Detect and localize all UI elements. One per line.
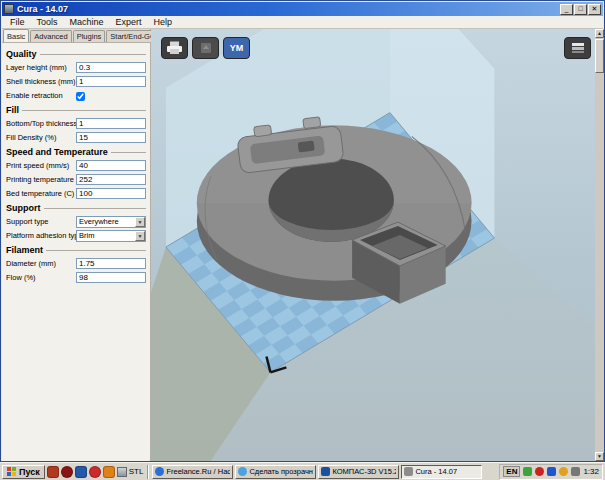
layer-height-input[interactable] xyxy=(76,62,146,73)
section-rule xyxy=(40,54,146,55)
bed-temperature-input[interactable] xyxy=(76,188,146,199)
load-model-icon xyxy=(166,41,183,55)
close-button[interactable]: ✕ xyxy=(588,4,601,15)
menu-machine[interactable]: Machine xyxy=(64,17,110,27)
save-toolpath-button[interactable] xyxy=(192,37,219,59)
filament-flow-label: Flow (%) xyxy=(6,273,76,282)
filament-flow-input[interactable] xyxy=(76,272,146,283)
section-speed-temp-title: Speed and Temperature xyxy=(6,147,108,157)
printing-temperature-label: Printing temperature (C) xyxy=(6,175,76,184)
bed-temperature-label: Bed temperature (C) xyxy=(6,189,76,198)
tab-plugins[interactable]: Plugins xyxy=(73,30,106,42)
maximize-button[interactable]: □ xyxy=(574,4,587,15)
menubar: File Tools Machine Expert Help xyxy=(2,16,603,29)
task-label: Cura - 14.07 xyxy=(415,467,457,476)
task-kompas3d[interactable]: КОМПАС-3D V15.2 ... xyxy=(318,465,399,479)
section-rule xyxy=(44,208,147,209)
chevron-down-icon: ▼ xyxy=(135,217,145,227)
quicklaunch-icon-1[interactable] xyxy=(47,466,59,478)
tray-icon-3[interactable] xyxy=(547,467,556,476)
shell-thickness-label: Shell thickness (mm) xyxy=(6,77,76,86)
printing-temperature-input[interactable] xyxy=(76,174,146,185)
shell-thickness-input[interactable] xyxy=(76,76,146,87)
vertical-scrollbar[interactable]: ▲ ▼ xyxy=(595,29,604,461)
window-title: Cura - 14.07 xyxy=(17,4,557,14)
quicklaunch-stl[interactable]: STL xyxy=(117,467,144,477)
taskbar-clock[interactable]: 1:32 xyxy=(583,467,599,476)
support-type-value: Everywhere xyxy=(79,217,119,226)
quicklaunch-icon-5[interactable] xyxy=(103,466,115,478)
task-label: Freelance.Ru / Насл... xyxy=(166,467,230,476)
quicklaunch-icon-4[interactable] xyxy=(89,466,101,478)
stl-label: STL xyxy=(129,467,144,476)
kompas-icon xyxy=(321,467,330,476)
youmagine-logo: YM xyxy=(230,43,244,53)
start-button-label: Пуск xyxy=(19,467,40,477)
3d-scene[interactable] xyxy=(151,29,595,461)
section-quality-title: Quality xyxy=(6,49,37,59)
tab-advanced[interactable]: Advanced xyxy=(30,30,71,42)
chevron-down-icon: ▼ xyxy=(135,231,145,241)
language-indicator[interactable]: EN xyxy=(503,466,520,477)
section-rule xyxy=(111,152,146,153)
tray-icon-4[interactable] xyxy=(559,467,568,476)
volume-icon[interactable] xyxy=(571,467,580,476)
fill-density-label: Fill Density (%) xyxy=(6,133,76,142)
enable-retraction-checkbox[interactable] xyxy=(76,92,85,101)
menu-tools[interactable]: Tools xyxy=(31,17,64,27)
task-browser[interactable]: Сделать прозрачны... xyxy=(235,465,316,479)
minimize-button[interactable]: _ xyxy=(560,4,573,15)
filament-diameter-label: Diameter (mm) xyxy=(6,259,76,268)
view-mode-icon xyxy=(571,42,585,54)
titlebar: Cura - 14.07 _ □ ✕ xyxy=(2,2,603,16)
platform-adhesion-label: Platform adhesion type xyxy=(6,231,76,240)
viewport-3d[interactable]: YM xyxy=(151,29,595,461)
tray-icon-1[interactable] xyxy=(523,467,532,476)
section-fill-title: Fill xyxy=(6,105,19,115)
task-freelance[interactable]: Freelance.Ru / Насл... xyxy=(152,465,233,479)
task-cura[interactable]: Cura - 14.07 xyxy=(401,465,482,479)
print-speed-input[interactable] xyxy=(76,160,146,171)
save-toolpath-icon xyxy=(199,42,213,54)
platform-adhesion-select[interactable]: Brim ▼ xyxy=(76,230,146,242)
section-rule xyxy=(46,250,146,251)
menu-file[interactable]: File xyxy=(4,17,31,27)
settings-tabs: Basic Advanced Plugins Start/End-GCode xyxy=(2,29,150,43)
section-support-title: Support xyxy=(6,203,41,213)
windows-logo-icon xyxy=(7,467,16,476)
cura-window: Cura - 14.07 _ □ ✕ File Tools Machine Ex… xyxy=(0,0,605,462)
taskbar: Пуск STL Freelance.Ru / Насл... Сделать … xyxy=(0,462,605,480)
menu-expert[interactable]: Expert xyxy=(110,17,148,27)
bottom-top-thickness-input[interactable] xyxy=(76,118,146,129)
tray-icon-2[interactable] xyxy=(535,467,544,476)
support-type-label: Support type xyxy=(6,217,76,226)
system-tray: EN 1:32 xyxy=(499,464,603,480)
filament-diameter-input[interactable] xyxy=(76,258,146,269)
load-model-button[interactable] xyxy=(161,37,188,59)
enable-retraction-label: Enable retraction xyxy=(6,91,76,100)
task-label: КОМПАС-3D V15.2 ... xyxy=(332,467,396,476)
quicklaunch-icon-2[interactable] xyxy=(61,466,73,478)
support-type-select[interactable]: Everywhere ▼ xyxy=(76,216,146,228)
section-rule xyxy=(22,110,146,111)
platform-adhesion-value: Brim xyxy=(79,231,94,240)
fill-density-input[interactable] xyxy=(76,132,146,143)
globe-icon xyxy=(155,467,164,476)
tab-basic[interactable]: Basic xyxy=(3,29,29,42)
scroll-down-icon[interactable]: ▼ xyxy=(595,452,604,461)
scroll-up-icon[interactable]: ▲ xyxy=(595,29,604,38)
task-label: Сделать прозрачны... xyxy=(249,467,313,476)
view-mode-button[interactable] xyxy=(564,37,591,59)
stl-folder-icon xyxy=(117,467,127,477)
quicklaunch-icon-3[interactable] xyxy=(75,466,87,478)
print-speed-label: Print speed (mm/s) xyxy=(6,161,76,170)
scrollbar-thumb[interactable] xyxy=(595,39,604,73)
settings-panel: Basic Advanced Plugins Start/End-GCode Q… xyxy=(2,29,151,461)
app-icon xyxy=(4,4,14,14)
layer-height-label: Layer height (mm) xyxy=(6,63,76,72)
start-button[interactable]: Пуск xyxy=(2,465,45,479)
browser-icon xyxy=(238,467,247,476)
menu-help[interactable]: Help xyxy=(148,17,179,27)
youmagine-share-button[interactable]: YM xyxy=(223,37,250,59)
section-filament-title: Filament xyxy=(6,245,43,255)
